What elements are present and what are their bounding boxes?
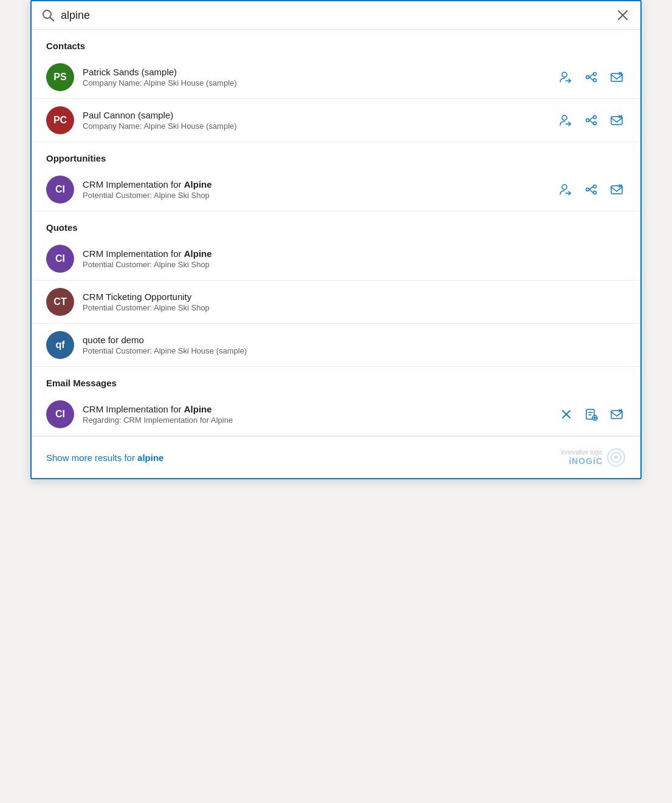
avatar: PC	[46, 106, 74, 134]
list-item[interactable]: CICRM Implementation for AlpinePotential…	[32, 237, 640, 281]
result-actions	[558, 405, 626, 423]
svg-point-4	[562, 72, 567, 77]
share-button[interactable]	[582, 68, 600, 86]
svg-line-1	[50, 18, 54, 21]
result-actions	[557, 68, 626, 86]
show-more-link[interactable]: Show more results for alpine	[46, 453, 163, 463]
assign-button[interactable]	[557, 68, 575, 86]
avatar: CI	[46, 400, 74, 428]
show-more-text: Show more results for	[46, 453, 137, 463]
result-subtitle: Regarding: CRM Implementation for Alpine	[83, 415, 549, 425]
newrecord-button[interactable]	[582, 405, 600, 423]
result-subtitle: Potential Customer: Alpine Ski Shop	[83, 260, 626, 269]
svg-point-20	[562, 185, 567, 190]
inogic-line2: iNOGiC	[561, 456, 603, 466]
svg-point-41	[614, 456, 618, 459]
result-title: Patrick Sands (sample)	[83, 67, 548, 77]
result-text: CRM Implementation for AlpinePotential C…	[83, 179, 548, 200]
share-button[interactable]	[582, 111, 600, 129]
search-container: ContactsPSPatrick Sands (sample)Company …	[30, 0, 642, 479]
svg-rect-36	[611, 411, 622, 419]
section-header-email-messages: Email Messages	[32, 367, 640, 393]
show-more-bold: alpine	[137, 453, 163, 463]
svg-point-12	[562, 115, 567, 120]
email-button[interactable]	[608, 68, 626, 86]
svg-point-8	[586, 76, 589, 79]
result-title: CRM Implementation for Alpine	[83, 248, 626, 259]
svg-point-24	[586, 188, 589, 191]
results-body: ContactsPSPatrick Sands (sample)Company …	[32, 30, 640, 436]
avatar: CI	[46, 176, 74, 203]
svg-rect-17	[611, 117, 622, 125]
svg-point-22	[594, 185, 597, 188]
inogic-line1: innovative logic	[561, 449, 603, 456]
svg-rect-25	[611, 186, 622, 194]
inogic-logo: innovative logic iNOGiC	[561, 448, 626, 467]
inogic-logo-icon	[606, 448, 626, 467]
result-title: Paul Cannon (sample)	[83, 110, 548, 120]
avatar: CI	[46, 245, 74, 273]
list-item[interactable]: CICRM Implementation for AlpinePotential…	[32, 168, 640, 211]
result-text: Patrick Sands (sample)Company Name: Alpi…	[83, 67, 548, 87]
svg-point-15	[594, 122, 597, 125]
result-actions	[557, 180, 626, 199]
avatar: qf	[46, 331, 74, 359]
result-subtitle: Company Name: Alpine Ski House (sample)	[83, 78, 548, 87]
email-button[interactable]	[608, 180, 626, 199]
result-actions	[557, 111, 626, 129]
search-icon	[41, 9, 55, 22]
result-subtitle: Potential Customer: Alpine Ski Shop	[83, 303, 626, 312]
result-title: CRM Implementation for Alpine	[83, 179, 548, 190]
result-title: CRM Implementation for Alpine	[83, 404, 549, 414]
search-input[interactable]	[61, 9, 609, 22]
svg-point-7	[594, 79, 597, 82]
close-button[interactable]	[558, 406, 575, 423]
result-subtitle: Company Name: Alpine Ski House (sample)	[83, 121, 548, 131]
assign-button[interactable]	[557, 180, 575, 199]
svg-point-14	[594, 116, 597, 119]
svg-rect-9	[611, 73, 622, 81]
avatar: CT	[46, 288, 74, 316]
result-text: quote for demoPotential Customer: Alpine…	[83, 335, 626, 355]
avatar: PS	[46, 63, 74, 91]
list-item[interactable]: qfquote for demoPotential Customer: Alpi…	[32, 324, 640, 367]
section-header-opportunities: Opportunities	[32, 142, 640, 168]
svg-point-6	[594, 73, 597, 76]
show-more-footer: Show more results for alpine innovative …	[32, 436, 640, 478]
result-text: CRM Implementation for AlpineRegarding: …	[83, 404, 549, 425]
result-subtitle: Potential Customer: Alpine Ski Shop	[83, 191, 548, 200]
section-header-quotes: Quotes	[32, 211, 640, 237]
svg-point-16	[586, 119, 589, 122]
result-title: CRM Ticketing Opportunity	[83, 292, 626, 302]
section-header-contacts: Contacts	[32, 30, 640, 56]
result-subtitle: Potential Customer: Alpine Ski House (sa…	[83, 346, 626, 355]
list-item[interactable]: CICRM Implementation for AlpineRegarding…	[32, 393, 640, 436]
list-item[interactable]: PSPatrick Sands (sample)Company Name: Al…	[32, 56, 640, 99]
result-title: quote for demo	[83, 335, 626, 345]
clear-button[interactable]	[615, 7, 631, 23]
email-button[interactable]	[608, 111, 626, 129]
result-text: Paul Cannon (sample)Company Name: Alpine…	[83, 110, 548, 131]
assign-button[interactable]	[557, 111, 575, 129]
result-text: CRM Implementation for AlpinePotential C…	[83, 248, 626, 269]
result-text: CRM Ticketing OpportunityPotential Custo…	[83, 292, 626, 312]
email-button[interactable]	[608, 405, 626, 423]
share-button[interactable]	[582, 180, 600, 199]
search-bar	[32, 1, 640, 30]
list-item[interactable]: PCPaul Cannon (sample)Company Name: Alpi…	[32, 99, 640, 142]
list-item[interactable]: CTCRM Ticketing OpportunityPotential Cus…	[32, 281, 640, 324]
svg-point-23	[594, 191, 597, 194]
